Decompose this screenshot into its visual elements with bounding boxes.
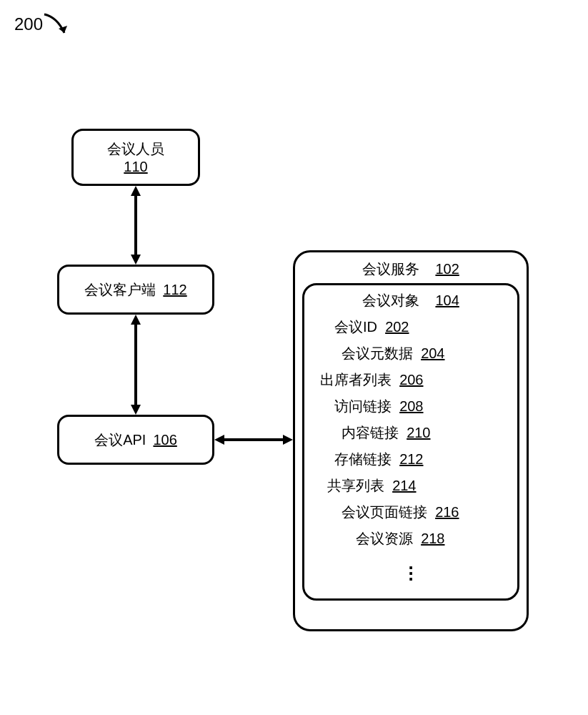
attendee-ref: 110 (124, 159, 147, 175)
box-meeting-client: 会议客户端 112 (57, 265, 214, 315)
object-attr: 会议页面链接 216 (342, 503, 502, 522)
attr-label: 会议资源 (356, 531, 413, 546)
object-attr: 出席者列表 206 (320, 370, 502, 390)
attr-label: 存储链接 (334, 451, 392, 467)
arrow-api-service (214, 433, 293, 447)
object-attr: 会议元数据 204 (342, 344, 502, 363)
attr-label: 会议元数据 (342, 345, 413, 361)
attendee-label: 会议人员 (107, 139, 164, 159)
service-ref: 102 (435, 261, 459, 277)
object-attr: 共享列表 214 (327, 476, 502, 495)
object-attr: 会议资源 218 (356, 529, 502, 548)
diagram-canvas: 200 会议人员 110 会议客户端 112 会议API 106 会议服务 (0, 0, 588, 715)
service-title: 会议服务 102 (302, 260, 519, 279)
svg-marker-5 (131, 315, 141, 325)
api-ref: 106 (153, 432, 176, 448)
object-attr-list: 会议ID 202会议元数据 204出席者列表 206访问链接 208内容链接 2… (320, 317, 502, 548)
object-attr: 会议ID 202 (334, 317, 502, 337)
attr-ref: 204 (421, 345, 444, 361)
figure-number: 200 (14, 14, 43, 34)
figure-arrow-icon (43, 13, 71, 41)
attr-label: 访问链接 (334, 398, 392, 414)
attr-ref: 208 (399, 398, 423, 414)
arrow-attendee-client (129, 186, 143, 265)
svg-marker-2 (131, 186, 141, 196)
attr-label: 会议页面链接 (342, 504, 427, 520)
box-meeting-attendee: 会议人员 110 (71, 129, 200, 186)
svg-marker-8 (214, 435, 224, 445)
attr-ref: 202 (385, 319, 409, 335)
object-attr: 存储链接 212 (334, 450, 502, 469)
client-label: 会议客户端 (84, 280, 156, 300)
object-title: 会议对象 104 (320, 291, 502, 310)
svg-marker-3 (131, 255, 141, 265)
attr-ref: 216 (435, 504, 459, 520)
object-ref: 104 (435, 292, 459, 308)
client-ref: 112 (163, 282, 186, 298)
service-label: 会议服务 (362, 261, 419, 277)
attr-ref: 218 (421, 531, 444, 546)
attr-label: 会议ID (334, 319, 377, 335)
arrow-client-api (129, 315, 143, 415)
attr-ref: 212 (399, 451, 423, 467)
object-attr: 内容链接 210 (342, 423, 502, 443)
box-meeting-service: 会议服务 102 会议对象 104 会议ID 202会议元数据 204出席者列表… (293, 250, 529, 631)
attr-label: 共享列表 (327, 478, 384, 493)
attr-ref: 210 (407, 425, 430, 440)
box-meeting-api: 会议API 106 (57, 415, 214, 465)
box-meeting-object: 会议对象 104 会议ID 202会议元数据 204出席者列表 206访问链接 … (302, 283, 519, 601)
attr-label: 出席者列表 (320, 372, 392, 388)
attr-ref: 206 (399, 372, 423, 388)
object-attr: 访问链接 208 (334, 397, 502, 416)
attr-ref: 214 (392, 478, 416, 493)
svg-marker-9 (283, 435, 293, 445)
ellipsis-icon: ... (320, 560, 502, 577)
object-label: 会议对象 (362, 292, 419, 308)
api-label: 会议API (94, 430, 146, 450)
svg-marker-6 (131, 405, 141, 415)
attr-label: 内容链接 (342, 425, 399, 440)
